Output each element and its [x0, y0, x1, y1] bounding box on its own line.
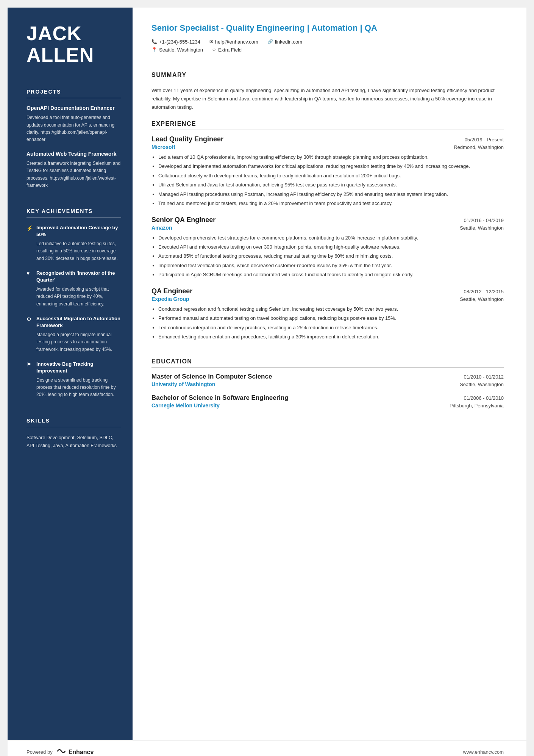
job-2-bullet-3: Automated 85% of functional testing proc…	[158, 252, 504, 260]
experience-section: EXPERIENCE Lead Quality Engineer 05/2019…	[151, 111, 504, 349]
job-1-bullets: Led a team of 10 QA professionals, impro…	[151, 153, 504, 208]
job-3-bullets: Conducted regression and functional test…	[151, 305, 504, 341]
achievement-3-header: ⚙ Successful Migration to Automation Fra…	[27, 315, 121, 329]
job-3-bullet-4: Enhanced testing documentation and proce…	[158, 333, 504, 341]
linkedin-contact: 🔗 linkedin.com	[267, 39, 302, 45]
project-2-desc: Created a framework integrating Selenium…	[27, 160, 121, 189]
extra-contact: ☆ Extra Field	[212, 47, 242, 53]
project-2-title: Automated Web Testing Framework	[27, 151, 121, 157]
skills-text: Software Development, Selenium, SDLC, AP…	[27, 434, 121, 450]
job-1-header: Lead Quality Engineer 05/2019 - Present	[151, 135, 504, 143]
job-2-bullet-4: Implemented test verification plans, whi…	[158, 261, 504, 269]
job-2-role: Senior QA Engineer	[151, 216, 215, 224]
edu-2-header: Bachelor of Science in Software Engineer…	[151, 394, 504, 402]
job-2-company-row: Amazon Seattle, Washington	[151, 225, 504, 231]
achievement-4-title: Innovative Bug Tracking Improvement	[36, 361, 121, 374]
education-section: EDUCATION Master of Science in Computer …	[151, 349, 504, 415]
achievement-4-header: ⚑ Innovative Bug Tracking Improvement	[27, 361, 121, 374]
job-3-company: Expedia Group	[151, 296, 189, 302]
summary-text: With over 11 years of experience in qual…	[151, 86, 504, 111]
achievement-3: ⚙ Successful Migration to Automation Fra…	[27, 315, 121, 353]
achievement-3-desc: Managed a project to migrate manual test…	[27, 331, 121, 353]
job-1: Lead Quality Engineer 05/2019 - Present …	[151, 135, 504, 208]
education-title: EDUCATION	[151, 358, 504, 365]
skills-section: SKILLS Software Development, Selenium, S…	[27, 418, 121, 450]
job-1-bullet-3: Collaborated closely with development te…	[158, 172, 504, 180]
job-title: Senior Specialist - Quality Engineering …	[151, 23, 504, 34]
achievements-divider	[27, 217, 121, 218]
job-1-bullet-4: Utilized Selenium and Java for test auto…	[158, 181, 504, 189]
linkedin-text: linkedin.com	[275, 39, 302, 45]
edu-1-location: Seattle, Washington	[460, 382, 504, 387]
gear-icon: ⚙	[27, 316, 33, 322]
achievement-2-title: Recognized with 'Innovator of the Quarte…	[36, 270, 121, 283]
phone-text: +1-(234)-555-1234	[159, 39, 200, 45]
edu-2-location: Pittsburgh, Pennsylvania	[450, 403, 504, 409]
job-2-bullet-5: Participated in Agile SCRUM meetings and…	[158, 271, 504, 279]
job-1-bullet-6: Trained and mentored junior testers, res…	[158, 199, 504, 207]
achievement-4-desc: Designe a streamlined bug tracking proce…	[27, 377, 121, 399]
edu-1-degree: Master of Science in Computer Science	[151, 373, 272, 380]
skills-title: SKILLS	[27, 418, 121, 424]
skills-divider	[27, 427, 121, 427]
location-icon: 📍	[151, 47, 157, 52]
job-1-bullet-1: Led a team of 10 QA professionals, impro…	[158, 153, 504, 161]
edu-2-school-row: Carnegie Mellon University Pittsburgh, P…	[151, 402, 504, 409]
experience-title: EXPERIENCE	[151, 121, 504, 127]
star-icon: ☆	[212, 47, 216, 52]
location-text: Seattle, Washington	[159, 47, 203, 53]
flag-icon: ⚑	[27, 362, 33, 368]
job-1-location: Redmond, Washington	[454, 144, 504, 150]
job-3-bullet-1: Conducted regression and functional test…	[158, 305, 504, 313]
email-icon: ✉	[209, 39, 213, 44]
achievement-3-title: Successful Migration to Automation Frame…	[36, 315, 121, 329]
edu-2: Bachelor of Science in Software Engineer…	[151, 394, 504, 409]
job-2-bullet-2: Executed API and microservices testing o…	[158, 243, 504, 251]
edu-2-school: Carnegie Mellon University	[151, 402, 220, 409]
sidebar: JACK ALLEN PROJECTS OpenAPI Documentatio…	[8, 8, 133, 740]
job-1-bullet-2: Developed and implemented automation fra…	[158, 162, 504, 170]
job-2: Senior QA Engineer 01/2016 - 04/2019 Ama…	[151, 216, 504, 279]
job-2-location: Seattle, Washington	[460, 225, 504, 231]
edu-1-date: 01/2010 - 01/2012	[464, 374, 504, 380]
projects-divider	[27, 98, 121, 98]
summary-divider	[151, 81, 504, 81]
achievement-1: ⚡ Improved Automation Coverage by 50% Le…	[27, 224, 121, 262]
summary-section: SUMMARY With over 11 years of experience…	[151, 63, 504, 111]
job-1-date: 05/2019 - Present	[465, 137, 504, 142]
edu-1-school-row: University of Washington Seattle, Washin…	[151, 381, 504, 387]
achievement-4: ⚑ Innovative Bug Tracking Improvement De…	[27, 361, 121, 399]
education-divider	[151, 367, 504, 368]
job-3-role: QA Engineer	[151, 287, 192, 295]
job-3: QA Engineer 08/2012 - 12/2015 Expedia Gr…	[151, 287, 504, 341]
experience-divider	[151, 130, 504, 130]
job-1-company-row: Microsoft Redmond, Washington	[151, 144, 504, 150]
footer-left: Powered by Enhancv	[27, 747, 94, 756]
enhancv-logo: Enhancv	[56, 747, 94, 756]
extra-text: Extra Field	[218, 47, 242, 53]
enhancv-logo-icon	[56, 747, 67, 756]
logo-svg	[56, 747, 67, 755]
brand-name: Enhancv	[69, 749, 94, 756]
job-3-location: Seattle, Washington	[460, 296, 504, 302]
job-3-date: 08/2012 - 12/2015	[464, 289, 504, 294]
edu-2-date: 01/2006 - 01/2010	[464, 395, 504, 401]
edu-1-school: University of Washington	[151, 381, 215, 387]
edu-2-degree: Bachelor of Science in Software Engineer…	[151, 394, 289, 402]
location-contact: 📍 Seattle, Washington	[151, 47, 203, 53]
job-2-header: Senior QA Engineer 01/2016 - 04/2019	[151, 216, 504, 224]
footer: Powered by Enhancv www.enhancv.com	[8, 740, 526, 756]
achievements-title: KEY ACHIEVEMENTS	[27, 208, 121, 214]
edu-1-header: Master of Science in Computer Science 01…	[151, 373, 504, 380]
achievement-2: ♥ Recognized with 'Innovator of the Quar…	[27, 270, 121, 308]
linkedin-icon: 🔗	[267, 39, 273, 44]
project-1-desc: Developed a tool that auto-generates and…	[27, 114, 121, 143]
phone-icon: 📞	[151, 39, 157, 44]
phone-contact: 📞 +1-(234)-555-1234	[151, 39, 200, 45]
projects-section: PROJECTS OpenAPI Documentation Enhancer …	[27, 89, 121, 197]
job-3-bullet-3: Led continuous integration and delivery …	[158, 324, 504, 332]
resume-container: JACK ALLEN PROJECTS OpenAPI Documentatio…	[8, 8, 526, 756]
heart-icon: ♥	[27, 271, 33, 277]
footer-website: www.enhancv.com	[463, 749, 504, 755]
lightning-icon: ⚡	[27, 225, 33, 232]
